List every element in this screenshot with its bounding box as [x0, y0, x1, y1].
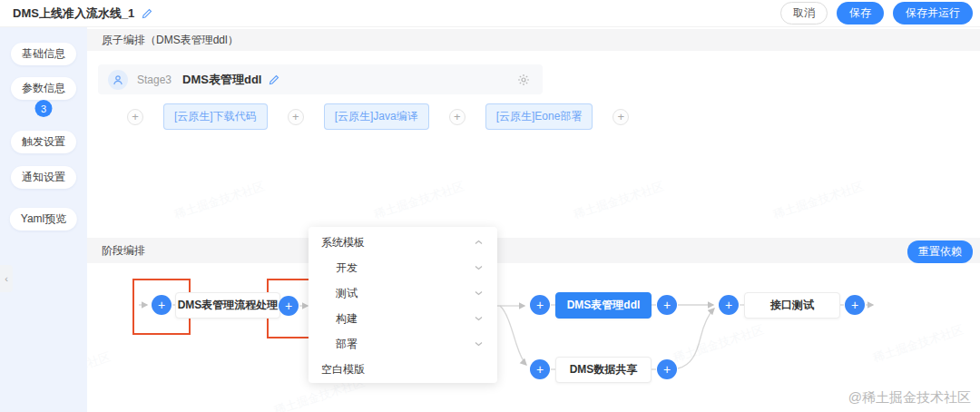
stage-node-dms-process[interactable]: DMS表管理流程处理 — [175, 292, 280, 319]
sidebar-item-basic-info[interactable]: 基础信息 — [11, 43, 76, 65]
edit-title-icon[interactable] — [142, 8, 152, 19]
watermark-tile: 稀土掘金技术社区 — [172, 178, 267, 222]
atomic-section-title: 原子编排（DMS表管理ddl） — [102, 33, 239, 48]
task-chip-java-compile[interactable]: [云原生]Java编译 — [324, 103, 429, 130]
save-button[interactable]: 保存 — [837, 2, 884, 24]
watermark-tile: 稀土掘金技术社区 — [671, 321, 766, 366]
add-stage-button[interactable]: + — [657, 359, 677, 379]
menu-item-deploy[interactable]: 部署 — [309, 331, 497, 357]
stage-node-dms-data-share[interactable]: DMS数据共享 — [555, 357, 652, 383]
watermark-tile: 稀土掘金技术社区 — [572, 178, 666, 222]
watermark-tile: 稀土掘金技术社区 — [771, 178, 866, 222]
stage-section-title: 阶段编排 — [102, 243, 145, 259]
atomic-task-row: + [云原生]下载代码 + [云原生]Java编译 + [云原生]Eone部署 … — [127, 103, 629, 130]
stage-avatar — [108, 70, 128, 90]
add-task-button[interactable]: + — [127, 109, 143, 125]
sidebar-collapse-handle[interactable]: ‹ — [0, 265, 13, 292]
stage-section-header: 阶段编排 重置依赖 — [87, 238, 980, 263]
pipeline-title: DMS上线准入流水线_1 — [13, 5, 134, 22]
sidebar-item-parameter-info[interactable]: 参数信息 — [11, 77, 76, 100]
sidebar: 基础信息 参数信息 3 触发设置 通知设置 Yaml预览 — [0, 27, 87, 412]
stage-label: Stage3 — [137, 74, 172, 86]
add-stage-button[interactable]: + — [719, 295, 739, 315]
stage-node-dms-ddl[interactable]: DMS表管理ddl — [555, 292, 652, 319]
menu-item-build[interactable]: 构建 — [309, 306, 497, 331]
template-dropdown: 系统模板 开发 测试 构建 部署 空白模版 — [309, 227, 497, 383]
watermark-tile: 稀土掘金技术社区 — [372, 178, 466, 222]
watermark: @稀土掘金技术社区 — [848, 389, 971, 407]
menu-item-test[interactable]: 测试 — [309, 280, 497, 306]
parameter-count-badge: 3 — [35, 100, 53, 117]
chevron-down-icon — [475, 341, 483, 347]
stage-node-api-test[interactable]: 接口测试 — [744, 292, 840, 319]
chevron-down-icon — [475, 316, 483, 321]
add-stage-button[interactable]: + — [279, 296, 299, 316]
add-task-button[interactable]: + — [449, 109, 466, 125]
cancel-button[interactable]: 取消 — [780, 2, 828, 24]
chevron-up-icon — [475, 240, 483, 245]
menu-item-blank-template[interactable]: 空白模版 — [309, 357, 497, 382]
add-stage-button[interactable]: + — [657, 295, 677, 315]
sidebar-item-yaml-preview[interactable]: Yaml预览 — [10, 208, 77, 231]
stage-card-header: Stage3 DMS表管理ddl — [98, 64, 543, 94]
topbar-actions: 取消 保存 保存并运行 — [780, 2, 973, 24]
add-stage-button[interactable]: + — [530, 359, 550, 379]
add-task-button[interactable]: + — [612, 109, 629, 125]
task-chip-download-code[interactable]: [云原生]下载代码 — [163, 103, 268, 130]
stage-settings-gear-icon[interactable] — [517, 74, 530, 86]
chevron-down-icon — [475, 265, 483, 270]
add-stage-button[interactable]: + — [530, 295, 550, 315]
watermark-tile: 稀土掘金技术社区 — [871, 321, 965, 366]
save-and-run-button[interactable]: 保存并运行 — [893, 2, 973, 24]
add-task-button[interactable]: + — [288, 109, 304, 125]
sidebar-item-trigger-settings[interactable]: 触发设置 — [11, 131, 76, 153]
add-stage-button[interactable]: + — [152, 295, 172, 315]
atomic-section-header: 原子编排（DMS表管理ddl） — [87, 29, 980, 51]
reset-dependencies-button[interactable]: 重置依赖 — [907, 240, 973, 263]
pipeline-editor: 稀土掘金技术社区 稀土掘金技术社区 稀土掘金技术社区 稀土掘金技术社区 稀土掘金… — [0, 0, 980, 412]
edit-stage-icon[interactable] — [269, 74, 279, 85]
task-chip-eone-deploy[interactable]: [云原生]Eone部署 — [485, 103, 593, 130]
menu-item-system-template[interactable]: 系统模板 — [309, 230, 497, 255]
top-bar: DMS上线准入流水线_1 取消 保存 保存并运行 — [0, 0, 980, 27]
stage-name: DMS表管理ddl — [182, 72, 261, 88]
sidebar-item-notification-settings[interactable]: 通知设置 — [11, 166, 76, 189]
menu-item-develop[interactable]: 开发 — [309, 255, 497, 280]
add-stage-button[interactable]: + — [845, 295, 865, 315]
chevron-down-icon — [475, 290, 483, 296]
